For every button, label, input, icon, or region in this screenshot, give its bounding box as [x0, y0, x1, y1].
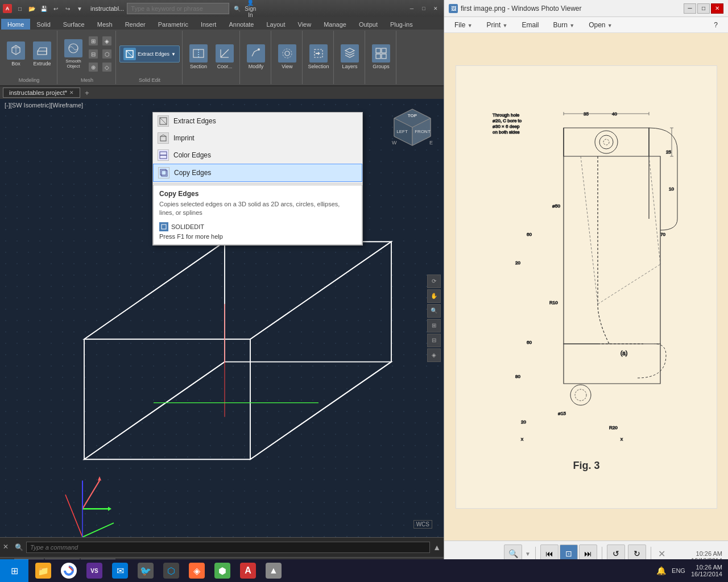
- undo-button[interactable]: ↩: [51, 3, 61, 14]
- layers-button[interactable]: Layers: [337, 41, 362, 73]
- tab-insert[interactable]: Insert: [195, 19, 223, 30]
- dropdown-imprint[interactable]: Imprint: [153, 130, 362, 147]
- tab-mesh[interactable]: Mesh: [91, 19, 119, 30]
- taskbar-item-chrome[interactable]: [57, 559, 81, 582]
- tab-view[interactable]: View: [292, 19, 318, 30]
- tooltip-description: Copies selected edges on a 3D solid as 2…: [159, 200, 356, 218]
- ribbon-group-view: View: [272, 31, 303, 84]
- taskbar-item-app5[interactable]: 🐦: [134, 559, 158, 582]
- dropdown-color-edges[interactable]: Color Edges: [153, 147, 362, 164]
- box-button[interactable]: Box: [3, 38, 28, 70]
- command-search[interactable]: 🔍: [15, 543, 23, 551]
- nav-tool5[interactable]: ⊟: [427, 334, 441, 347]
- dropdown-extract-edges[interactable]: Extract Edges: [153, 113, 362, 130]
- pv-delete-button[interactable]: ✕: [656, 547, 668, 560]
- taskbar-item-app8[interactable]: ⬢: [210, 559, 234, 582]
- command-input[interactable]: [26, 542, 430, 553]
- tab-annotate[interactable]: Annotate: [222, 19, 260, 30]
- taskbar-item-app7[interactable]: ◈: [185, 559, 209, 582]
- dropdown-copy-edges[interactable]: Copy Edges: [153, 164, 362, 182]
- mesh-btn6[interactable]: ◇: [101, 61, 113, 73]
- smooth-object-button[interactable]: SmoothObject: [61, 38, 86, 70]
- nav-cube[interactable]: TOP LEFT FRONT W E: [390, 105, 435, 150]
- nav-tool4[interactable]: ⊞: [427, 319, 441, 332]
- pv-menu-file[interactable]: File ▼: [449, 19, 478, 31]
- orbit-tool[interactable]: ⟳: [427, 275, 441, 288]
- autocad-search-input[interactable]: [127, 3, 229, 14]
- open-button[interactable]: 📂: [27, 3, 37, 14]
- taskbar-item-explorer[interactable]: 📁: [31, 559, 55, 582]
- tab-render[interactable]: Render: [119, 19, 152, 30]
- zoom-tool[interactable]: 🔍: [427, 304, 441, 318]
- document-tab-close[interactable]: ✕: [69, 90, 74, 95]
- sign-in-button[interactable]: 👤 Sign In: [245, 3, 255, 14]
- mesh-btn5[interactable]: ⬡: [101, 48, 113, 60]
- pv-minimize-button[interactable]: ─: [684, 3, 696, 14]
- taskbar-item-app6[interactable]: ⬡: [159, 559, 183, 582]
- section-buttons: Section Coor...: [186, 32, 237, 82]
- svg-point-78: [603, 139, 609, 145]
- qa-more-button[interactable]: ▼: [75, 3, 85, 14]
- close-button[interactable]: ✕: [431, 3, 441, 14]
- view-button[interactable]: View: [275, 41, 300, 73]
- pv-menu-open[interactable]: Open ▼: [583, 19, 618, 31]
- technical-drawing: Through hole ⌀20, C bore to ⌀30 × 6 deep…: [467, 88, 706, 486]
- taskbar-item-autocad[interactable]: A: [236, 559, 260, 582]
- maximize-button[interactable]: □: [419, 3, 429, 14]
- taskbar-language[interactable]: ENG: [669, 567, 688, 574]
- coordinates-button[interactable]: Coor...: [212, 41, 237, 73]
- modify-label: Modify: [249, 64, 264, 69]
- svg-line-88: [649, 156, 660, 264]
- minimize-button[interactable]: ─: [407, 3, 417, 14]
- extract-edges-button[interactable]: Extract Edges ▼: [119, 45, 180, 63]
- section-button[interactable]: Section: [186, 41, 211, 73]
- taskbar-item-outlook[interactable]: ✉: [108, 559, 132, 582]
- pv-title: first image.png - Windows Photo Viewer: [461, 5, 681, 13]
- tab-home[interactable]: Home: [1, 19, 30, 30]
- tab-layout[interactable]: Layout: [260, 19, 291, 30]
- new-button[interactable]: □: [15, 3, 25, 14]
- mesh-btn1[interactable]: ⊞: [87, 35, 100, 47]
- pv-menu-print[interactable]: Print ▼: [481, 19, 514, 31]
- document-tab[interactable]: instructables project* ✕: [3, 88, 80, 98]
- mesh-btn4[interactable]: ◈: [101, 35, 113, 47]
- toolbar-sep2: [602, 547, 602, 560]
- nav-tool6[interactable]: ◈: [427, 348, 441, 362]
- pan-tool[interactable]: ✋: [427, 289, 441, 303]
- pv-menu-burn[interactable]: Burn ▼: [548, 19, 581, 31]
- pv-close-button[interactable]: ✕: [711, 3, 723, 14]
- groups-button[interactable]: Groups: [369, 41, 394, 73]
- tab-solid[interactable]: Solid: [30, 19, 56, 30]
- new-tab-button[interactable]: +: [81, 88, 93, 98]
- smooth-object-icon: [64, 39, 82, 57]
- start-button[interactable]: ⊞: [0, 559, 28, 582]
- save-button[interactable]: 💾: [39, 3, 49, 14]
- redo-button[interactable]: ↪: [63, 3, 73, 14]
- svg-marker-44: [108, 507, 111, 511]
- taskbar-item-vs[interactable]: VS: [82, 559, 106, 582]
- pv-menubar: File ▼ Print ▼ Email Burn ▼ Open ▼ ?: [444, 17, 728, 33]
- command-close[interactable]: ✕: [3, 543, 12, 552]
- modify-button[interactable]: Modify: [243, 41, 268, 73]
- mesh-btn2[interactable]: ⊟: [87, 48, 100, 60]
- ribbon-group-mesh: SmoothObject ⊞ ⊟ ⊕ ◈ ⬡ ◇ Mesh: [59, 31, 116, 84]
- taskbar-notify[interactable]: 🔔: [656, 566, 666, 575]
- tab-surface[interactable]: Surface: [57, 19, 91, 30]
- pv-maximize-button[interactable]: □: [697, 3, 710, 14]
- pv-menu-email[interactable]: Email: [516, 19, 545, 31]
- pv-help-button[interactable]: ?: [708, 19, 723, 31]
- search-button[interactable]: 🔍: [232, 3, 242, 14]
- svg-point-80: [575, 389, 586, 401]
- mesh-btn3[interactable]: ⊕: [87, 61, 100, 73]
- tab-parametric[interactable]: Parametric: [152, 19, 195, 30]
- selection-button[interactable]: Selection: [306, 41, 331, 73]
- tab-manage[interactable]: Manage: [317, 19, 353, 30]
- extrude-button[interactable]: Extrude: [30, 38, 55, 70]
- tab-plugins[interactable]: Plug-ins: [384, 19, 419, 30]
- taskbar-item-app10[interactable]: ▲: [262, 559, 286, 582]
- svg-line-29: [82, 523, 114, 537]
- section-label: Section: [190, 64, 207, 69]
- svg-rect-18: [376, 54, 380, 59]
- command-expand[interactable]: ▲: [433, 543, 441, 552]
- tab-output[interactable]: Output: [353, 19, 384, 30]
